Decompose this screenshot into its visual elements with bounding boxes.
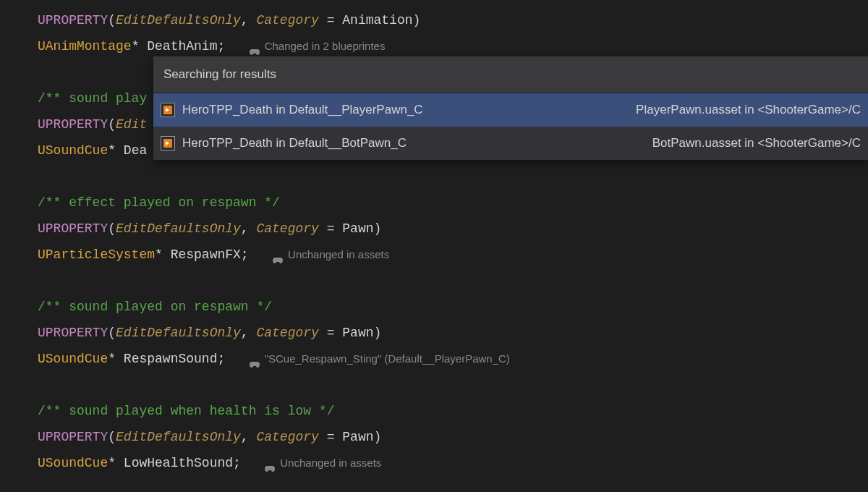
type-token: UParticleSystem <box>38 242 155 268</box>
paren: ( <box>108 424 116 450</box>
macro-token: UPROPERTY <box>38 216 108 242</box>
code-line[interactable]: UAnimMontage* DeathAnim; Changed in 2 bl… <box>38 33 868 59</box>
code-line[interactable]: UPROPERTY(EditDefaultsOnly, Category = P… <box>38 424 868 450</box>
blank-line <box>38 268 868 294</box>
search-result-item[interactable]: HeroTPP_Death in Default__BotPawn_C BotP… <box>153 127 868 160</box>
hint-text: Changed in 2 blueprintes <box>265 35 386 57</box>
hint-text: Unchanged in assets <box>288 244 389 266</box>
hint-text: Unchanged in assets <box>280 452 381 474</box>
result-icon <box>161 103 175 117</box>
code-line[interactable]: USoundCue* RespawnSound; "SCue_Respawn_S… <box>38 346 868 372</box>
paren: ) <box>374 320 382 346</box>
type-token: USoundCue <box>38 137 108 164</box>
category-value: Pawn <box>342 216 373 242</box>
comma: , <box>241 7 257 33</box>
param-key: Category <box>256 424 318 450</box>
result-main-text: HeroTPP_Death in Default__PlayerPawn_C <box>182 98 423 122</box>
equals: = <box>319 320 342 346</box>
paren: ( <box>108 216 116 242</box>
paren: ( <box>108 320 116 346</box>
code-line[interactable]: /** effect played on respawn */ <box>38 190 868 216</box>
gamepad-icon <box>249 355 260 363</box>
comment-token: /** sound played when health is low */ <box>38 398 334 424</box>
param-key: EditDefaultsOnly <box>116 320 241 346</box>
pointer: * <box>155 242 171 268</box>
pointer: * <box>108 137 124 164</box>
gamepad-icon <box>264 459 276 467</box>
param-key: Edit <box>116 111 147 137</box>
code-line[interactable]: /** sound played on respawn */ <box>38 294 868 320</box>
hint-text: "SCue_Respawn_Sting" (Default__PlayerPaw… <box>265 348 510 370</box>
macro-token: UPROPERTY <box>38 320 108 346</box>
category-value: Pawn <box>342 320 373 346</box>
popup-header: Searching for results <box>153 56 868 93</box>
inline-hint[interactable]: Unchanged in assets <box>264 452 381 474</box>
paren: ) <box>374 216 382 242</box>
pointer: * <box>132 33 148 59</box>
macro-token: UPROPERTY <box>38 424 108 450</box>
paren: ) <box>374 424 382 450</box>
param-key: EditDefaultsOnly <box>116 7 241 33</box>
identifier: RespawnSound <box>124 346 218 372</box>
arrow-badge-icon <box>163 106 172 114</box>
code-line[interactable]: USoundCue* LowHealthSound; Unchanged in … <box>38 450 868 476</box>
result-path-text: BotPawn.uasset in <ShooterGame>/C <box>652 131 861 156</box>
search-results-popup: Searching for results HeroTPP_Death in D… <box>153 56 868 160</box>
blank-line <box>38 164 868 190</box>
comment-token: /** effect played on respawn */ <box>38 190 280 216</box>
arrow-badge-icon <box>163 139 172 148</box>
param-key: EditDefaultsOnly <box>116 424 241 450</box>
comma: , <box>241 424 257 450</box>
gamepad-icon <box>249 42 260 51</box>
semicolon: ; <box>233 450 264 476</box>
type-token: USoundCue <box>38 450 108 476</box>
pointer: * <box>108 346 124 372</box>
inline-hint[interactable]: Changed in 2 blueprintes <box>249 35 386 57</box>
equals: = <box>319 216 342 242</box>
pointer: * <box>108 450 124 476</box>
semicolon: ; <box>217 346 248 372</box>
comment-token: /** sound played on respawn */ <box>38 294 272 320</box>
type-token: UAnimMontage <box>38 33 132 59</box>
param-key: Category <box>256 216 318 242</box>
search-result-item[interactable]: HeroTPP_Death in Default__PlayerPawn_C P… <box>153 93 868 127</box>
macro-token: UPROPERTY <box>38 111 108 137</box>
category-value: Pawn <box>342 424 373 450</box>
gamepad-icon <box>272 250 284 259</box>
type-token: USoundCue <box>38 346 108 372</box>
result-path-text: PlayerPawn.uasset in <ShooterGame>/C <box>636 98 861 122</box>
inline-hint[interactable]: "SCue_Respawn_Sting" (Default__PlayerPaw… <box>249 348 510 370</box>
equals: = <box>319 424 342 450</box>
comment-token: /** sound play <box>38 85 147 111</box>
identifier: Dea <box>124 137 147 164</box>
semicolon: ; <box>241 242 272 268</box>
code-line[interactable]: UParticleSystem* RespawnFX; Unchanged in… <box>38 242 868 268</box>
param-key: Category <box>256 320 318 346</box>
category-value: Animation <box>342 7 412 33</box>
code-line[interactable]: /** sound played when health is low */ <box>38 398 868 424</box>
paren: ( <box>108 7 116 33</box>
paren: ) <box>413 7 421 33</box>
result-icon <box>161 136 175 150</box>
comma: , <box>241 320 257 346</box>
result-main-text: HeroTPP_Death in Default__BotPawn_C <box>182 131 407 156</box>
inline-hint[interactable]: Unchanged in assets <box>272 244 389 266</box>
code-line[interactable]: UPROPERTY(EditDefaultsOnly, Category = P… <box>38 216 868 242</box>
param-key: Category <box>256 7 318 33</box>
semicolon: ; <box>217 33 248 59</box>
param-key: EditDefaultsOnly <box>116 216 241 242</box>
macro-token: UPROPERTY <box>38 7 108 33</box>
paren: ( <box>108 111 116 137</box>
blank-line <box>38 372 868 398</box>
code-line[interactable]: UPROPERTY(EditDefaultsOnly, Category = P… <box>38 320 868 346</box>
identifier: DeathAnim <box>147 33 217 59</box>
identifier: LowHealthSound <box>124 450 233 476</box>
equals: = <box>319 7 342 33</box>
code-line[interactable]: UPROPERTY(EditDefaultsOnly, Category = A… <box>38 7 868 33</box>
comma: , <box>241 216 257 242</box>
identifier: RespawnFX <box>171 242 241 268</box>
